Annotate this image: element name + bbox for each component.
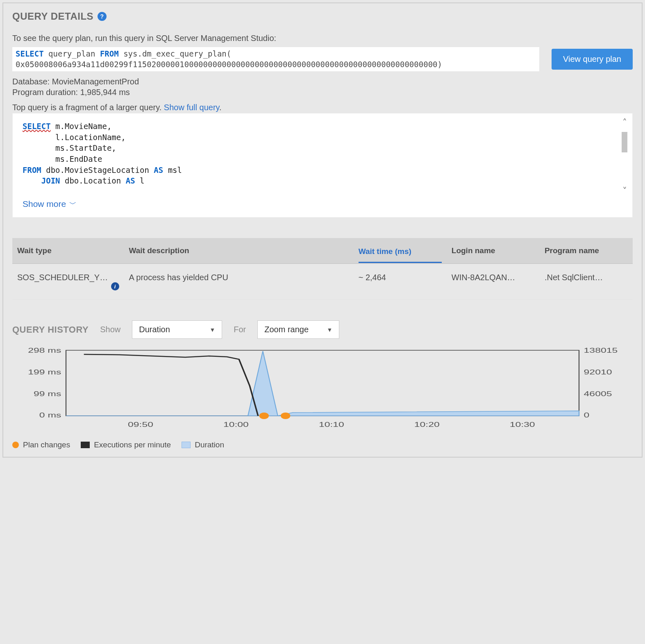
col-program[interactable]: Program name xyxy=(540,238,633,264)
history-header: QUERY HISTORY Show Duration ▼ For Zoom r… xyxy=(12,320,633,339)
cell-wait-time: ~ 2,464 xyxy=(354,264,447,300)
legend-label: Plan changes xyxy=(23,440,70,449)
table-row[interactable]: SOS_SCHEDULER_Y… i A process has yielded… xyxy=(12,264,633,300)
scroll-up-icon[interactable]: ˄ xyxy=(622,118,627,128)
title-text: QUERY DETAILS xyxy=(12,11,93,22)
kw: AS xyxy=(126,176,135,185)
col-login[interactable]: Login name xyxy=(447,238,540,264)
swatch-icon xyxy=(12,442,19,448)
chevron-down-icon: ▼ xyxy=(209,327,215,333)
table-header-row: Wait type Wait description Wait time (ms… xyxy=(12,238,633,264)
x-tick: 10:10 xyxy=(319,421,344,428)
kw: FROM xyxy=(23,166,41,175)
scroll-thumb[interactable] xyxy=(622,132,627,152)
view-query-plan-button[interactable]: View query plan xyxy=(552,49,633,70)
label: Show more xyxy=(23,199,66,209)
value: 1,985,944 ms xyxy=(80,88,130,97)
code: dbo.MovieStageLocation xyxy=(41,166,154,175)
x-tick: 09:50 xyxy=(128,421,153,428)
legend-plan-changes: Plan changes xyxy=(12,440,70,449)
duration-line: Program duration: 1,985,944 ms xyxy=(12,88,633,97)
y-left-tick: 0 ms xyxy=(39,411,61,419)
kw: SELECT xyxy=(23,122,51,131)
legend-executions: Executions per minute xyxy=(81,440,171,449)
cell-wait-type: SOS_SCHEDULER_Y… i xyxy=(12,264,124,300)
plan-intro: To see the query plan, run this query in… xyxy=(12,34,633,43)
y-left-tick: 298 ms xyxy=(28,347,61,354)
select-value: Duration xyxy=(139,325,170,334)
section-title: QUERY DETAILS ? xyxy=(12,11,633,22)
kw: ON xyxy=(55,187,65,188)
show-full-query-link[interactable]: Show full query xyxy=(164,103,219,112)
cell-login: WIN-8A2LQAN… xyxy=(447,264,540,300)
wait-table: Wait type Wait description Wait time (ms… xyxy=(12,238,633,300)
legend-label: Executions per minute xyxy=(94,440,171,449)
value: MovieManagementProd xyxy=(52,77,139,86)
svg-rect-0 xyxy=(66,350,579,416)
fragment-line: Top query is a fragment of a larger quer… xyxy=(12,103,633,112)
y-right-tick: 138015 xyxy=(584,347,618,354)
col-wait-desc[interactable]: Wait description xyxy=(124,238,354,264)
sql-text: query_plan xyxy=(44,49,100,58)
plan-change-marker xyxy=(281,413,290,419)
text: Top query is a fragment of a larger quer… xyxy=(12,103,164,112)
legend-label: Duration xyxy=(195,440,224,449)
swatch-icon xyxy=(182,442,191,448)
plan-change-marker xyxy=(259,413,269,419)
plan-row: SELECT query_plan FROM sys.dm_exec_query… xyxy=(12,47,633,71)
col-wait-type[interactable]: Wait type xyxy=(12,238,124,264)
show-label: Show xyxy=(100,325,120,334)
kw: FROM xyxy=(100,49,119,58)
select-value: Zoom range xyxy=(264,325,309,334)
query-code[interactable]: SELECT m.MovieName, l.LocationName, ms.S… xyxy=(23,121,622,188)
history-chart[interactable]: 298 ms 199 ms 99 ms 0 ms 138015 92010 46… xyxy=(12,347,633,433)
chevron-down-icon: ﹀ xyxy=(69,199,77,209)
for-select[interactable]: Zoom range ▼ xyxy=(257,320,339,339)
code-scrollbar[interactable]: ˄ ˅ xyxy=(618,118,631,197)
code: msl xyxy=(163,166,182,175)
kw: SELECT xyxy=(16,49,44,58)
show-more-link[interactable]: Show more ﹀ xyxy=(23,199,77,209)
plan-sql-box[interactable]: SELECT query_plan FROM sys.dm_exec_query… xyxy=(12,47,539,71)
show-select[interactable]: Duration ▼ xyxy=(132,320,222,339)
label: Database: xyxy=(12,77,52,86)
x-tick: 10:20 xyxy=(414,421,440,428)
for-label: For xyxy=(234,325,246,334)
info-icon[interactable]: i xyxy=(111,282,119,290)
code: l xyxy=(135,176,145,185)
database-line: Database: MovieManagementProd xyxy=(12,77,633,86)
query-code-box: SELECT m.MovieName, l.LocationName, ms.S… xyxy=(12,113,633,218)
text: . xyxy=(219,103,222,112)
help-icon[interactable]: ? xyxy=(98,12,107,21)
chart-legend: Plan changes Executions per minute Durat… xyxy=(12,440,633,449)
cell-wait-desc: A process has yielded CPU xyxy=(124,264,354,300)
label: Program duration: xyxy=(12,88,80,97)
y-right-tick: 0 xyxy=(584,411,590,419)
col-wait-time[interactable]: Wait time (ms) xyxy=(354,238,447,264)
cell-program: .Net SqlClient… xyxy=(540,264,633,300)
y-left-tick: 99 ms xyxy=(34,390,61,397)
kw: AS xyxy=(154,166,163,175)
duration-series xyxy=(66,351,579,416)
executions-series xyxy=(84,354,258,416)
code: dbo.Location xyxy=(60,176,126,185)
query-details-panel: QUERY DETAILS ? To see the query plan, r… xyxy=(2,2,643,458)
chevron-down-icon: ▼ xyxy=(327,327,332,333)
swatch-icon xyxy=(81,442,90,448)
history-title: QUERY HISTORY xyxy=(12,324,89,335)
legend-duration: Duration xyxy=(182,440,224,449)
y-right-tick: 46005 xyxy=(584,390,612,397)
x-tick: 10:00 xyxy=(223,421,249,428)
y-left-tick: 199 ms xyxy=(28,368,61,376)
scroll-down-icon[interactable]: ˅ xyxy=(622,186,627,197)
x-tick: 10:30 xyxy=(510,421,535,428)
code: l.LocationId = msl.LocationId xyxy=(65,187,205,188)
y-right-tick: 92010 xyxy=(584,368,612,376)
kw: JOIN xyxy=(41,176,60,185)
